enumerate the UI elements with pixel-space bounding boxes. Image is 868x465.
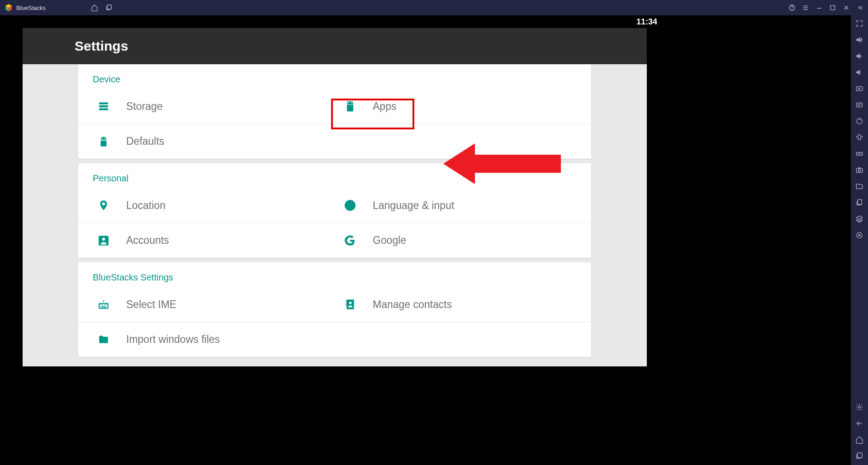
settings-item-label: Select IME (126, 299, 176, 311)
tabs-icon[interactable] (105, 4, 113, 11)
home-icon[interactable] (91, 4, 98, 11)
menu-icon[interactable] (802, 4, 809, 11)
settings-item-label: Storage (126, 100, 163, 113)
section-bluestacks-settings: BlueStacks Settings Select IME Manage co… (78, 262, 591, 357)
svg-marker-37 (859, 88, 860, 90)
storage-icon (97, 100, 110, 113)
rotate-icon[interactable] (855, 117, 864, 126)
section-title-device: Device (78, 74, 591, 89)
help-icon[interactable] (788, 4, 796, 11)
apk-label-icon[interactable]: APK (855, 149, 864, 158)
svg-rect-30 (346, 299, 354, 309)
volume-mute-icon[interactable] (855, 68, 864, 77)
settings-item-label: Google (373, 234, 406, 247)
settings-item-label: Import windows files (126, 333, 220, 346)
settings-title: Settings (75, 38, 128, 54)
settings-item-location[interactable]: Location (78, 188, 335, 223)
svg-rect-14 (99, 105, 108, 107)
svg-point-34 (349, 302, 351, 304)
recents-icon[interactable] (855, 451, 864, 460)
svg-point-18 (102, 138, 103, 138)
svg-point-47 (859, 235, 860, 236)
globe-icon (344, 199, 356, 212)
settings-item-import-files[interactable]: Import windows files (78, 322, 335, 357)
svg-rect-15 (99, 108, 108, 110)
settings-item-label: Apps (373, 100, 396, 113)
back-icon[interactable] (855, 419, 864, 428)
section-title-bluestacks: BlueStacks Settings (78, 272, 591, 287)
collapse-sidebar-icon[interactable] (856, 4, 863, 11)
svg-point-19 (104, 138, 105, 138)
section-device: Device Storage Apps (78, 64, 591, 159)
google-icon (344, 234, 356, 247)
volume-up-icon[interactable] (855, 35, 864, 44)
settings-item-accounts[interactable]: Accounts (78, 223, 335, 258)
shake-icon[interactable] (855, 133, 864, 142)
right-toolbar: APK (851, 15, 868, 465)
settings-item-storage[interactable]: Storage (78, 89, 335, 124)
close-icon[interactable] (843, 4, 850, 11)
svg-rect-28 (106, 304, 107, 305)
settings-item-label: Language & input (373, 199, 454, 212)
copy-icon[interactable] (855, 198, 864, 207)
svg-rect-3 (107, 5, 111, 9)
svg-point-39 (857, 119, 862, 124)
settings-header: Settings (23, 28, 647, 64)
settings-body: Device Storage Apps (23, 64, 647, 366)
settings-item-label: Accounts (126, 234, 169, 247)
svg-rect-13 (99, 102, 108, 104)
svg-point-5 (792, 9, 792, 9)
settings-item-select-ime[interactable]: Select IME (78, 287, 335, 322)
settings-item-apps[interactable]: Apps (335, 89, 591, 124)
svg-rect-10 (830, 5, 835, 9)
titlebar: BlueStacks (0, 0, 868, 15)
folder-icon (97, 333, 110, 346)
layers-icon[interactable] (855, 214, 864, 223)
svg-rect-38 (857, 103, 862, 107)
contacts-icon (344, 298, 356, 311)
section-personal: Personal Location Language & input (78, 163, 591, 258)
bluestacks-logo-icon (5, 4, 13, 12)
svg-point-23 (102, 237, 105, 241)
settings-item-label: Location (126, 199, 166, 212)
screenshot-icon[interactable] (855, 166, 864, 175)
account-icon (97, 234, 110, 247)
svg-point-44 (859, 170, 861, 172)
app-name: BlueStacks (16, 5, 46, 11)
home-nav-icon[interactable] (855, 435, 864, 444)
svg-rect-25 (100, 304, 101, 305)
section-title-personal: Personal (78, 173, 591, 188)
minimize-icon[interactable] (816, 4, 823, 11)
android-screen: 11:34 Settings Device Storage (0, 15, 670, 366)
fullscreen-icon[interactable] (855, 19, 864, 28)
svg-rect-24 (99, 304, 108, 308)
location-toolbar-icon[interactable] (855, 231, 864, 240)
settings-item-label: Manage contacts (373, 299, 452, 311)
settings-item-label: Defaults (126, 135, 164, 147)
keymap-icon[interactable] (855, 84, 864, 93)
svg-rect-49 (858, 453, 863, 458)
volume-down-icon[interactable] (855, 52, 864, 61)
settings-item-google[interactable]: Google (335, 223, 591, 258)
maximize-icon[interactable] (829, 4, 836, 11)
svg-rect-31 (346, 300, 346, 301)
svg-rect-40 (858, 135, 861, 140)
svg-rect-32 (346, 303, 346, 304)
media-folder-icon[interactable] (855, 182, 864, 191)
svg-text:APK: APK (857, 153, 861, 155)
settings-item-manage-contacts[interactable]: Manage contacts (335, 287, 591, 322)
svg-rect-45 (858, 199, 862, 204)
svg-rect-43 (856, 168, 863, 172)
status-time: 11:34 (636, 17, 657, 27)
svg-rect-27 (104, 304, 105, 305)
settings-item-language[interactable]: Language & input (335, 188, 591, 223)
settings-item-defaults[interactable]: Defaults (78, 124, 335, 159)
status-bar: 11:34 (0, 15, 670, 28)
svg-point-16 (348, 102, 349, 103)
location-icon (97, 199, 110, 212)
settings-gear-icon[interactable] (855, 403, 864, 412)
android-icon (344, 100, 356, 113)
svg-rect-33 (346, 304, 346, 305)
install-apk-icon[interactable] (855, 100, 864, 109)
svg-rect-29 (101, 306, 106, 307)
